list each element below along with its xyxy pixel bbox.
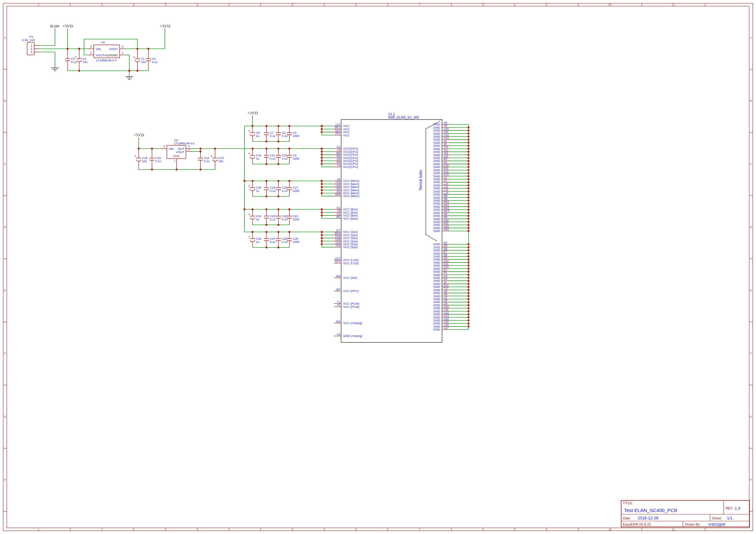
net-label-+5VD[interactable]: +5VD [63, 24, 73, 30]
cap-ref[interactable]: C16 [142, 156, 148, 160]
capacitor-C19[interactable]: C190.1u [264, 181, 276, 196]
cap-value[interactable]: 1000 [293, 189, 299, 192]
cap-ref[interactable]: C13 [155, 156, 161, 160]
component-U4[interactable]: U4LT1086CM-3.6VINOUTVOUTGND3421 [161, 138, 194, 169]
regulator-ref[interactable]: U3 [101, 40, 105, 44]
cap-value[interactable]: 0.1u [152, 61, 158, 64]
cap-ref[interactable]: C26 [282, 237, 287, 240]
capacitor-C1[interactable]: +C110u [133, 49, 146, 71]
cap-ref[interactable]: C22 [282, 215, 287, 218]
cap-ref[interactable]: C10 [282, 154, 287, 157]
capacitor-C28[interactable]: +C281u [248, 232, 261, 247]
cap-ref[interactable]: C20 [256, 186, 261, 189]
cap-ref[interactable]: C18 [282, 186, 287, 189]
cap-value[interactable]: 10u [142, 160, 147, 163]
ground-symbol[interactable] [125, 77, 133, 80]
net-label-+3VD[interactable]: +3VD [247, 111, 258, 117]
cap-value[interactable]: 0.1u [282, 218, 288, 221]
net-label-+3VD[interactable]: +3VD [160, 24, 171, 30]
chip-part[interactable]: AMD_ELAN_SC_400 [388, 116, 419, 119]
cap-ref[interactable]: C24 [256, 215, 261, 218]
wire[interactable] [125, 55, 129, 77]
cap-value[interactable]: 0.1u [155, 160, 161, 163]
capacitor-C13[interactable]: C130.1u [149, 149, 161, 169]
net-label-+5VD[interactable]: +5VD [134, 133, 144, 139]
capacitor-C20[interactable]: +C201u [248, 181, 261, 196]
capacitor-C25[interactable]: C251000 [287, 232, 299, 247]
cap-ref[interactable]: C4 [152, 57, 156, 61]
cap-ref[interactable]: C9 [293, 154, 297, 157]
cap-ref[interactable]: C8 [256, 131, 260, 134]
capacitor-C24[interactable]: +C241u [248, 209, 261, 225]
capacitor-C7[interactable]: C70.1u [264, 126, 276, 141]
cap-value[interactable]: 0.1u [270, 189, 276, 192]
cap-ref[interactable]: C15 [219, 156, 224, 160]
cap-value[interactable]: 1000 [293, 240, 299, 243]
cap-ref[interactable]: C23 [270, 215, 276, 218]
capacitor-C10[interactable]: C100.1u [276, 149, 287, 164]
component-U3[interactable]: U3LT1086CM-3.3VINVOUTVOUTADJ/GND3421 [88, 40, 125, 62]
cap-ref[interactable]: C17 [293, 186, 298, 189]
cap-value[interactable]: 10u [141, 61, 146, 64]
cap-value[interactable]: 0.1u [270, 218, 276, 221]
cap-ref[interactable]: C1 [141, 57, 145, 61]
component-U1.1[interactable]: U1.1AMD_ELAN_SC_400Termal ballsL17VCCM17… [334, 113, 449, 343]
cap-ref[interactable]: C21 [293, 215, 298, 218]
cap-value[interactable]: 10u [83, 61, 88, 64]
cap-ref[interactable]: C5 [293, 131, 297, 134]
capacitor-C2[interactable]: +C210u [75, 49, 87, 71]
connector-footprint[interactable]: 2.54_1x3 [22, 38, 35, 42]
capacitor-C4[interactable]: C40.1u [146, 49, 157, 71]
capacitor-C17[interactable]: C171000 [287, 181, 299, 196]
capacitor-C22[interactable]: C220.1u [276, 209, 287, 225]
regulator-value[interactable]: LT1086CM-3.3 [96, 59, 117, 62]
cap-ref[interactable]: C11 [270, 154, 275, 157]
cap-value[interactable]: 1u [256, 240, 259, 243]
cap-ref[interactable]: C7 [270, 131, 274, 134]
net-label-RAW[interactable]: RAW [50, 24, 60, 30]
cap-ref[interactable]: C25 [293, 237, 298, 240]
cap-ref[interactable]: C2 [83, 57, 87, 61]
cap-value[interactable]: 1u [256, 134, 259, 138]
cap-value[interactable]: 1000 [293, 157, 299, 160]
cap-value[interactable]: 0.1u [204, 160, 210, 163]
capacitor-C21[interactable]: C211000 [287, 209, 299, 225]
capacitor-C6[interactable]: C60.1u [276, 126, 287, 141]
capacitor-C26[interactable]: C260.1u [276, 232, 287, 247]
capacitor-C16[interactable]: +C1610u [134, 149, 148, 169]
cap-ref[interactable]: C14 [256, 154, 261, 157]
cap-value[interactable]: 0.1u [270, 134, 276, 138]
cap-ref[interactable]: C28 [256, 237, 261, 240]
capacitor-C5[interactable]: C51000 [287, 126, 299, 141]
capacitor-C3[interactable]: C30.1u [65, 49, 77, 71]
cap-value[interactable]: 0.1u [282, 134, 288, 138]
capacitor-C15[interactable]: +C1510u [210, 149, 224, 169]
capacitor-C8[interactable]: +C81u [248, 126, 260, 141]
component-P1[interactable]: P12.54_1x3123 [22, 35, 40, 55]
ground-symbol[interactable] [51, 68, 59, 71]
cap-value[interactable]: 1000 [293, 218, 299, 221]
cap-value[interactable]: 0.1u [270, 240, 276, 243]
capacitor-C23[interactable]: C230.1u [264, 209, 276, 225]
cap-value[interactable]: 1000 [293, 134, 299, 138]
cap-value[interactable]: 0.1u [71, 61, 77, 64]
cap-ref[interactable]: C19 [270, 186, 276, 189]
capacitor-C11[interactable]: C110.1u [264, 149, 276, 164]
cap-value[interactable]: 0.1u [282, 157, 288, 160]
cap-ref[interactable]: C27 [270, 237, 276, 240]
cap-ref[interactable]: C3 [71, 57, 75, 61]
capacitor-C14[interactable]: +C141u [248, 149, 261, 164]
cap-ref[interactable]: C6 [282, 131, 286, 134]
cap-value[interactable]: 0.1u [282, 240, 288, 243]
cap-value[interactable]: 1u [256, 218, 259, 221]
regulator-value[interactable]: LT1086CM-3.6 [174, 141, 194, 145]
cap-value[interactable]: 0.1u [270, 157, 276, 160]
cap-value[interactable]: 1u [256, 189, 259, 192]
cap-ref[interactable]: C12 [204, 156, 209, 160]
capacitor-C18[interactable]: C180.1u [276, 181, 287, 196]
capacitor-C27[interactable]: C270.1u [264, 232, 276, 247]
cap-value[interactable]: 1u [256, 157, 259, 160]
cap-value[interactable]: 0.1u [282, 189, 288, 192]
cap-value[interactable]: 10u [219, 160, 224, 163]
capacitor-C9[interactable]: C91000 [287, 149, 299, 164]
